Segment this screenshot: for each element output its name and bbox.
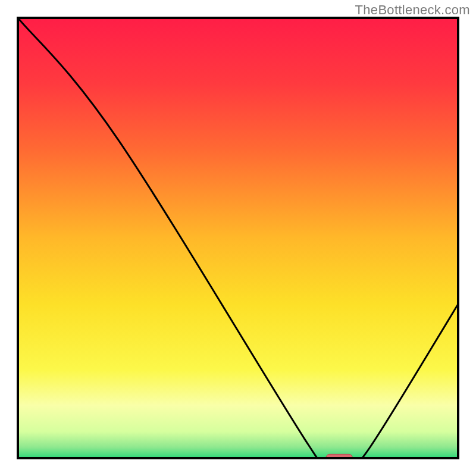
chart-container: TheBottleneck.com [0,0,476,476]
watermark-text: TheBottleneck.com [355,2,470,18]
gradient-background [18,18,458,458]
bottleneck-chart [0,0,476,476]
